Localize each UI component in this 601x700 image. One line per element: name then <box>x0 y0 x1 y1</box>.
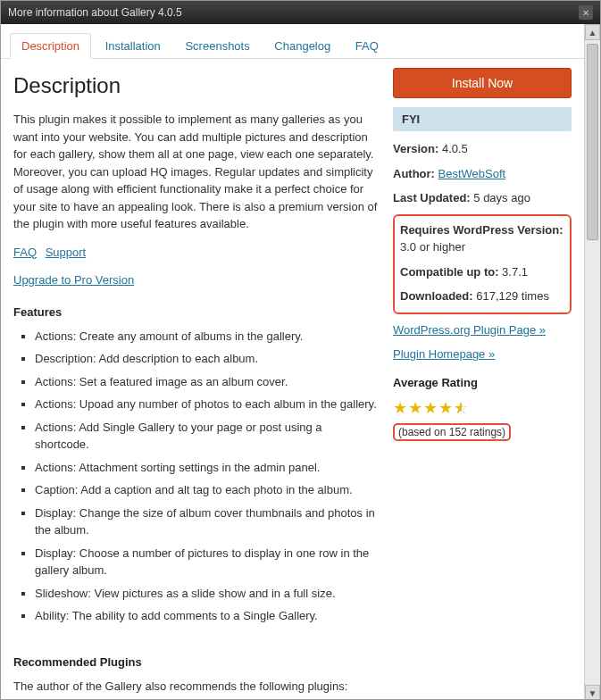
titlebar: More information about Gallery 4.0.5 ✕ <box>1 1 600 24</box>
fyi-heading: FYI <box>393 107 572 131</box>
tab-changelog[interactable]: Changelog <box>263 34 341 58</box>
upgrade-link[interactable]: Upgrade to Pro Version <box>13 273 134 287</box>
requires-label: Requires WordPress Version: <box>400 223 563 237</box>
highlight-box: Requires WordPress Version: 3.0 or highe… <box>393 214 572 314</box>
version-value: 4.0.5 <box>438 142 468 155</box>
scroll-up-icon[interactable]: ▲ <box>585 24 600 40</box>
page-title: Description <box>13 73 379 98</box>
support-link[interactable]: Support <box>46 246 87 259</box>
star-rating: ★★★★☆ <box>393 398 572 418</box>
list-item: Slideshow: View pictures as a slide show… <box>35 585 379 603</box>
star-icon: ★ <box>438 399 454 417</box>
meta-list: Version: 4.0.5 Author: BestWebSoft Last … <box>393 140 572 363</box>
compat-label: Compatible up to: <box>400 265 499 279</box>
updated-value: 5 days ago <box>471 191 530 204</box>
wp-plugin-page-link[interactable]: WordPress.org Plugin Page » <box>393 323 546 337</box>
modal-body: Description Installation Screenshots Cha… <box>1 24 600 700</box>
features-heading: Features <box>13 305 379 319</box>
updated-label: Last Updated: <box>393 191 471 204</box>
list-item: Actions: Add Single Gallery to your page… <box>35 419 379 454</box>
tab-installation[interactable]: Installation <box>95 34 171 58</box>
compat-value: 3.7.1 <box>499 265 529 279</box>
list-item: Description: Add description to each alb… <box>35 350 379 368</box>
list-item: Actions: Set a featured image as an albu… <box>35 373 379 391</box>
scroll-thumb[interactable] <box>587 44 598 240</box>
scroll-down-icon[interactable]: ▼ <box>585 685 600 700</box>
helper-links: FAQ Support <box>13 244 379 262</box>
intro-text: This plugin makes it possible to impleme… <box>13 111 379 233</box>
list-item: Display: Choose a number of pictures to … <box>35 545 379 579</box>
star-icon: ★ <box>423 399 438 417</box>
star-icon: ☆ <box>454 399 469 417</box>
faq-link[interactable]: FAQ <box>13 246 37 259</box>
recommended-section: Recommended Plugins The author of the Ga… <box>1 655 584 701</box>
tab-description[interactable]: Description <box>10 33 91 59</box>
requires-value: 3.0 or higher <box>400 240 465 254</box>
list-item: Caption: Add a caption and alt tag to ea… <box>35 481 379 499</box>
star-icon: ★ <box>408 399 423 417</box>
rating-count: (based on 152 ratings) <box>393 423 511 441</box>
recommended-heading: Recommended Plugins <box>13 655 572 669</box>
star-icon: ★ <box>393 399 408 417</box>
install-button[interactable]: Install Now <box>393 68 572 98</box>
tab-faq[interactable]: FAQ <box>345 34 389 58</box>
downloaded-value: 617,129 times <box>473 289 549 303</box>
avg-rating-heading: Average Rating <box>393 376 572 389</box>
close-icon[interactable]: ✕ <box>579 5 593 20</box>
tabs: Description Installation Screenshots Cha… <box>1 24 584 59</box>
window-title: More information about Gallery 4.0.5 <box>8 6 182 19</box>
scrollbar[interactable]: ▲ ▼ <box>584 24 600 700</box>
downloaded-label: Downloaded: <box>400 289 473 303</box>
list-item: Ability: The ability to add comments to … <box>35 607 379 625</box>
author-link[interactable]: BestWebSoft <box>438 167 506 180</box>
features-list: Actions: Create any amount of albums in … <box>13 328 379 625</box>
content-area: Description Installation Screenshots Cha… <box>1 24 584 700</box>
version-label: Version: <box>393 142 438 155</box>
list-item: Display: Change the size of album cover … <box>35 504 379 539</box>
list-item: Actions: Upoad any number of photos to e… <box>35 396 379 413</box>
list-item: Actions: Attachment sorting settings in … <box>35 459 379 477</box>
tab-screenshots[interactable]: Screenshots <box>174 34 260 58</box>
list-item: Actions: Create any amount of albums in … <box>35 328 379 346</box>
plugin-homepage-link[interactable]: Plugin Homepage » <box>393 347 495 361</box>
author-label: Author: <box>393 167 435 180</box>
recommended-intro: The author of the Gallery also recommend… <box>13 678 572 696</box>
right-column: Install Now FYI Version: 4.0.5 Author: B… <box>393 68 572 630</box>
left-column: Description This plugin makes it possibl… <box>13 68 379 630</box>
